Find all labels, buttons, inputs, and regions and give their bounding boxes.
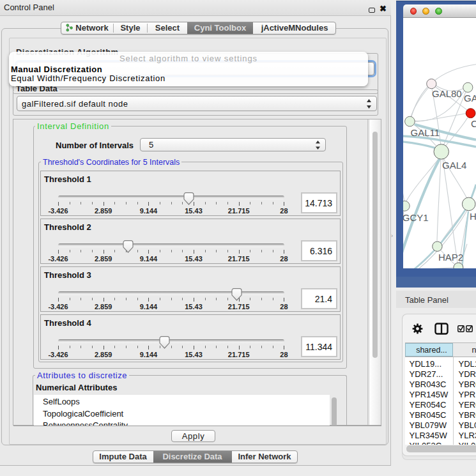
svg-text:GA: GA [464,92,476,103]
svg-text:GCY1: GCY1 [403,211,429,222]
svg-text:GAL80: GAL80 [432,88,462,99]
svg-text:GAL4: GAL4 [442,160,466,171]
svg-text:HAP2: HAP2 [438,251,463,262]
svg-text:C: C [471,118,476,128]
svg-text:GAL11: GAL11 [411,127,440,137]
svg-text:HI: HI [470,210,476,221]
